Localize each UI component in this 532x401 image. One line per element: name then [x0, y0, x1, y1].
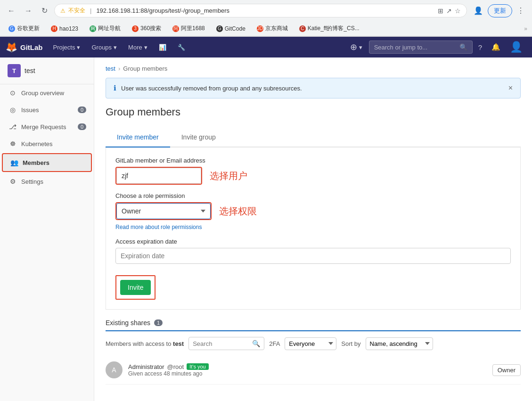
nav-notifications[interactable]: 🔔 — [488, 40, 504, 54]
bookmark-gitcode[interactable]: G GitCode — [213, 24, 249, 33]
forward-button[interactable]: → — [22, 5, 35, 17]
existing-shares-section: Existing shares 1 Members with access to… — [106, 319, 521, 385]
members-filter-bar: Members with access to test 🔍 2FA Everyo… — [106, 337, 521, 350]
sort-select[interactable]: Name, ascending Name, descending Last jo… — [366, 337, 433, 350]
bookmark-1688[interactable]: 阿 阿里1688 — [169, 23, 209, 34]
role-select[interactable]: Owner Maintainer Developer Reporter Gues… — [116, 203, 211, 219]
nav-more[interactable]: More ▾ — [123, 40, 152, 55]
sidebar-label-issues: Issues — [21, 106, 39, 114]
role-annotation: 选择权限 — [219, 205, 257, 218]
nav-spanner[interactable]: 🔧 — [173, 40, 190, 55]
invite-member-panel: GitLab member or Email address 选择用户 Choo… — [106, 147, 521, 310]
tab-invite-group[interactable]: Invite group — [170, 128, 227, 147]
expiry-form-group: Access expiration date — [115, 238, 511, 264]
breadcrumb-parent[interactable]: test — [106, 65, 115, 72]
sort-label: Sort by — [341, 340, 360, 347]
search-icon: 🔍 — [459, 43, 467, 51]
alert-close-button[interactable]: × — [508, 84, 513, 92]
address-bar[interactable]: ⚠ 不安全 | 192.168.198.11:88/groups/test/-/… — [54, 4, 467, 17]
sidebar-label-group-overview: Group overview — [21, 90, 64, 97]
role-label: Choose a role permission — [115, 192, 511, 199]
bookmark-jd-icon: JD — [257, 25, 263, 32]
sidebar-label-merge-requests: Merge Requests — [21, 123, 66, 131]
role-select-wrapper: Owner Maintainer Developer Reporter Gues… — [115, 202, 212, 220]
bookmark-360[interactable]: 3 360搜索 — [128, 23, 165, 34]
sidebar-item-group-overview[interactable]: ⊙ Group overview — [0, 84, 94, 101]
bookmark-hao123[interactable]: H hao123 — [47, 24, 82, 33]
sidebar-item-kubernetes[interactable]: ☸ Kubernetes — [0, 135, 94, 152]
nav-avatar[interactable]: 👤 — [506, 38, 526, 56]
member-joined: Given access 48 minutes ago — [128, 370, 487, 377]
sidebar-item-members[interactable]: 👥 Members — [2, 153, 92, 172]
member-input[interactable] — [116, 168, 201, 184]
issues-badge: 0 — [78, 106, 86, 113]
bookmark-jd[interactable]: JD 京东商城 — [253, 23, 292, 34]
url-text: 192.168.198.11:88/groups/test/-/group_me… — [96, 7, 435, 14]
nav-groups[interactable]: Groups ▾ — [87, 40, 122, 55]
member-name: Administrator @root It's you — [128, 363, 487, 370]
menu-button[interactable]: ⋮ — [514, 4, 527, 17]
alert-info-icon: ℹ — [114, 84, 116, 92]
expiry-label: Access expiration date — [115, 238, 511, 245]
bookmark-blog[interactable]: C Katie_ff的博客_CS... — [295, 23, 363, 34]
bookmark-nav[interactable]: 网 网址导航 — [86, 23, 124, 34]
sidebar-group-name: test — [25, 67, 35, 74]
existing-shares-badge: 1 — [154, 319, 163, 326]
member-role-value: Owner — [492, 364, 521, 376]
settings-icon: ⚙ — [9, 178, 16, 185]
sidebar-item-issues[interactable]: ◎ Issues 0 — [0, 101, 94, 118]
role-permissions-link[interactable]: Read more about role permissions — [115, 224, 202, 230]
member-form-group: GitLab member or Email address 选择用户 — [115, 157, 511, 185]
nav-questions[interactable]: ? — [475, 41, 486, 54]
invite-button[interactable]: Invite — [120, 280, 151, 295]
tab-invite-member[interactable]: Invite member — [106, 128, 170, 147]
bookmark-google-update[interactable]: G 谷歌更新 — [5, 23, 43, 34]
sidebar-item-settings[interactable]: ⚙ Settings — [0, 173, 94, 190]
member-input-wrapper — [115, 167, 202, 185]
bookmark-gitcode-icon: G — [216, 25, 223, 32]
back-button[interactable]: ← — [5, 5, 18, 17]
alert-banner: ℹ User was successfully removed from gro… — [106, 78, 521, 98]
member-you-badge: It's you — [187, 363, 209, 370]
member-avatar: A — [106, 361, 123, 378]
bookmark-icon: ☆ — [455, 7, 461, 15]
sidebar-label-settings: Settings — [21, 178, 43, 185]
existing-shares-header: Existing shares 1 — [106, 319, 521, 331]
breadcrumb-current: Group members — [123, 65, 167, 72]
nav-projects[interactable]: Projects ▾ — [49, 40, 85, 55]
nav-stats[interactable]: 📊 — [154, 40, 171, 55]
sidebar-group-header[interactable]: T test — [0, 57, 94, 84]
member-info: Administrator @root It's you Given acces… — [128, 363, 487, 377]
members-search-box[interactable]: 🔍 — [188, 337, 264, 350]
bookmark-1688-icon: 阿 — [172, 25, 179, 32]
bookmark-360-icon: 3 — [132, 25, 139, 32]
profile-button[interactable]: 👤 — [471, 4, 486, 17]
alert-message: User was successfully removed from group… — [121, 85, 302, 92]
browser-actions: 👤 更新 ⋮ — [471, 4, 527, 17]
bookmark-hao123-icon: H — [51, 25, 57, 32]
filter-group-name: test — [173, 340, 184, 347]
sidebar-label-kubernetes: Kubernetes — [21, 140, 53, 147]
sidebar-item-merge-requests[interactable]: ⎇ Merge Requests 0 — [0, 118, 94, 135]
update-button[interactable]: 更新 — [488, 4, 512, 17]
breadcrumb: test › Group members — [106, 65, 521, 72]
filter-label: Members with access to test — [106, 340, 184, 347]
nav-search-placeholder: Search or jump to... — [374, 44, 456, 51]
member-annotation: 选择用户 — [210, 170, 247, 182]
bookmark-blog-icon: C — [299, 25, 306, 32]
gitlab-logo-text: GitLab — [20, 43, 43, 51]
page-title: Group members — [106, 106, 521, 118]
bookmarks-more: » — [524, 25, 527, 32]
gitlab-logo[interactable]: 🦊 GitLab — [6, 41, 43, 53]
member-row: A Administrator @root It's you Given acc… — [106, 356, 521, 385]
nav-search-box[interactable]: Search or jump to... 🔍 — [369, 41, 473, 54]
everyone-select[interactable]: Everyone 2FA enabled 2FA disabled — [285, 337, 336, 350]
nav-plus[interactable]: ⊕ ▾ — [345, 38, 367, 56]
reload-button[interactable]: ↻ — [39, 4, 50, 17]
sidebar-label-members: Members — [23, 159, 49, 166]
member-label: GitLab member or Email address — [115, 157, 511, 164]
member-input-row: 选择用户 — [115, 167, 511, 185]
expiry-input[interactable] — [115, 248, 511, 264]
invite-button-wrapper: Invite — [115, 275, 156, 300]
members-search-input[interactable] — [193, 340, 249, 347]
